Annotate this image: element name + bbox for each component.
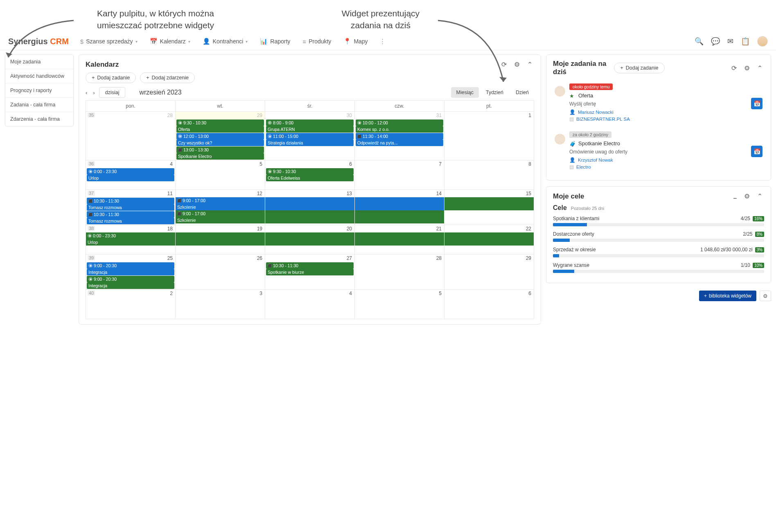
- calendar-event[interactable]: ⬛13:00 - 13:30: [176, 147, 264, 153]
- calendar-cell[interactable]: 8: [444, 160, 534, 190]
- calendar-event[interactable]: ⬛10:30 - 11:30: [266, 262, 354, 269]
- settings-icon[interactable]: ⚙: [512, 60, 521, 69]
- calendar-event[interactable]: ★0:00 - 23:30: [87, 168, 174, 175]
- calendar-cell[interactable]: 4: [265, 290, 355, 319]
- calendar-cell[interactable]: 3711⬛10:30 - 11:30Tomasz rozmowa⬛10:30 -…: [86, 190, 176, 225]
- calendar-event-span[interactable]: [355, 239, 444, 246]
- calendar-cell[interactable]: 3: [176, 290, 265, 319]
- collapse-icon[interactable]: ⌃: [756, 192, 764, 201]
- task-person[interactable]: Mariusz Nowacki: [578, 110, 614, 115]
- sidebar-item[interactable]: Aktywność handlowców: [5, 69, 73, 83]
- add-task-button[interactable]: + Dodaj zadanie: [86, 72, 136, 83]
- sidebar-item[interactable]: Prognozy i raporty: [5, 83, 73, 98]
- calendar-event-span[interactable]: [265, 232, 354, 239]
- calendar-event-span[interactable]: [265, 204, 354, 210]
- task-person[interactable]: Krzysztof Nowak: [578, 158, 613, 162]
- calendar-event[interactable]: ✉12:00 - 13:00: [176, 133, 264, 140]
- settings-icon[interactable]: ⚙: [742, 63, 751, 73]
- calendar-event-span[interactable]: [265, 217, 354, 223]
- calendar-event-span[interactable]: [444, 239, 534, 246]
- user-avatar[interactable]: [757, 36, 768, 47]
- nav-item-raporty[interactable]: 📊Raporty: [260, 38, 290, 45]
- calendar-cell[interactable]: 26: [176, 255, 265, 290]
- calendar-cell[interactable]: 5: [355, 290, 444, 319]
- calendar-event[interactable]: ★11:00 - 15:00: [266, 133, 354, 140]
- sidebar-item[interactable]: Moje zadania: [5, 55, 73, 69]
- calendar-cell[interactable]: 14: [355, 190, 444, 225]
- calendar-event[interactable]: ⬛10:30 - 11:30: [87, 198, 174, 204]
- calendar-event[interactable]: ★9:30 - 10:30: [176, 119, 264, 126]
- calendar-cell[interactable]: 7: [355, 160, 444, 190]
- calendar-event[interactable]: ★10:00 - 12:00: [356, 119, 443, 126]
- chat-icon[interactable]: 💬: [711, 37, 720, 46]
- calendar-cell[interactable]: 27⬛10:30 - 11:30Spotkanie w biurze: [265, 255, 355, 290]
- settings-icon[interactable]: ⚙: [742, 192, 751, 201]
- calendar-event-span[interactable]: ⬛9:00 - 17:00: [176, 197, 265, 204]
- minimize-icon[interactable]: ▁: [732, 193, 738, 199]
- mail-icon[interactable]: ✉: [727, 37, 733, 46]
- calendar-event-span[interactable]: [444, 232, 534, 239]
- calendar-cell[interactable]: 20: [265, 225, 355, 255]
- calendar-cell[interactable]: 30✆8:00 - 9:00Grupa ATERN★11:00 - 15:00S…: [265, 112, 355, 160]
- refresh-icon[interactable]: ⟳: [500, 60, 508, 69]
- calendar-event-span[interactable]: [355, 232, 444, 239]
- next-icon[interactable]: ›: [93, 90, 95, 96]
- calendar-event-span[interactable]: ⬛9:00 - 17:00: [176, 210, 265, 217]
- task-item[interactable]: za około 2 godziny 🧳 Spotkanie Electro O…: [553, 127, 764, 175]
- task-item[interactable]: około godziny temu ★ Oferta Wyślij ofert…: [553, 79, 764, 127]
- calendar-cell[interactable]: 5: [176, 160, 265, 190]
- sidebar-item[interactable]: Zdarzenia - cała firma: [5, 112, 73, 126]
- calendar-cell[interactable]: 29: [444, 255, 534, 290]
- add-task-button-right[interactable]: + Dodaj zadanie: [614, 63, 664, 73]
- widget-library-button[interactable]: + biblioteka widgetów: [699, 291, 756, 301]
- clipboard-icon[interactable]: 📋: [741, 37, 750, 46]
- calendar-cell[interactable]: 13: [265, 190, 355, 225]
- calendar-cell[interactable]: 29★9:30 - 10:30Oferta✉12:00 - 13:00Czy w…: [176, 112, 265, 160]
- calendar-event[interactable]: ⬛11:30 - 14:00: [356, 133, 443, 140]
- calendar-event-span[interactable]: [176, 239, 265, 246]
- task-company[interactable]: Electro: [576, 165, 591, 169]
- calendar-event[interactable]: ★9:00 - 20:30: [87, 276, 174, 282]
- calendar-event-span[interactable]: [355, 204, 444, 210]
- calendar-event-span[interactable]: [355, 217, 444, 223]
- calendar-cell[interactable]: 402: [86, 290, 176, 319]
- dashboard-settings-button[interactable]: ⚙: [760, 291, 771, 301]
- nav-item-kontrahenci[interactable]: 👤Kontrahenci▾: [203, 38, 248, 45]
- sidebar-item[interactable]: Zadania - cała firma: [5, 98, 73, 112]
- collapse-icon[interactable]: ⌃: [526, 60, 534, 69]
- add-event-button[interactable]: + Dodaj zdarzenie: [140, 72, 195, 83]
- calendar-event[interactable]: ★9:00 - 20:30: [87, 262, 174, 269]
- search-icon[interactable]: 🔍: [695, 37, 704, 46]
- view-week-button[interactable]: Tydzień: [480, 87, 509, 98]
- calendar-cell[interactable]: 3528: [86, 112, 176, 160]
- calendar-cell[interactable]: 21: [355, 225, 444, 255]
- calendar-event-span[interactable]: [355, 210, 444, 217]
- calendar-cell[interactable]: 19: [176, 225, 265, 255]
- refresh-icon[interactable]: ⟳: [730, 63, 738, 73]
- calendar-event-span[interactable]: ★0:00 - 23:30: [86, 232, 175, 239]
- nav-item-mapy[interactable]: 📍Mapy: [343, 38, 368, 45]
- view-day-button[interactable]: Dzień: [510, 87, 534, 98]
- calendar-event-span[interactable]: [444, 197, 534, 204]
- calendar-cell[interactable]: 6★9:30 - 10:30Oferta Edelweiss: [265, 160, 355, 190]
- prev-icon[interactable]: ‹: [86, 90, 87, 96]
- calendar-cell[interactable]: 12⬛9:00 - 17:00Szkolenie⬛9:00 - 17:00Szk…: [176, 190, 265, 225]
- calendar-event-span[interactable]: [444, 204, 534, 210]
- calendar-event[interactable]: ★9:30 - 10:30: [266, 168, 354, 175]
- calendar-event-span[interactable]: [265, 210, 354, 217]
- calendar-cell[interactable]: 31★10:00 - 12:00Kornex sp. z o.o.⬛11:30 …: [355, 112, 444, 160]
- calendar-cell[interactable]: 3818★0:00 - 23:30Urlop: [86, 225, 176, 255]
- calendar-cell[interactable]: 364★0:00 - 23:30Urlop: [86, 160, 176, 190]
- calendar-cell[interactable]: 22: [444, 225, 534, 255]
- task-company[interactable]: BIZNESPARTNER.PL SA: [576, 117, 630, 122]
- nav-item-kalendarz[interactable]: 📅Kalendarz▾: [150, 38, 190, 45]
- today-button[interactable]: dzisiaj: [99, 87, 126, 98]
- nav-more[interactable]: ⋮: [379, 38, 386, 45]
- calendar-event-span[interactable]: [265, 239, 354, 246]
- nav-item-produkty[interactable]: ≡Produkty: [302, 38, 331, 45]
- calendar-event-span[interactable]: [265, 197, 354, 204]
- calendar-cell[interactable]: 3925★9:00 - 20:30Integracja★9:00 - 20:30…: [86, 255, 176, 290]
- nav-item-szanse-sprzedaży[interactable]: $Szanse sprzedaży▾: [80, 38, 138, 45]
- calendar-event[interactable]: ⬛10:30 - 11:30: [87, 211, 174, 218]
- calendar-cell[interactable]: 28: [355, 255, 444, 290]
